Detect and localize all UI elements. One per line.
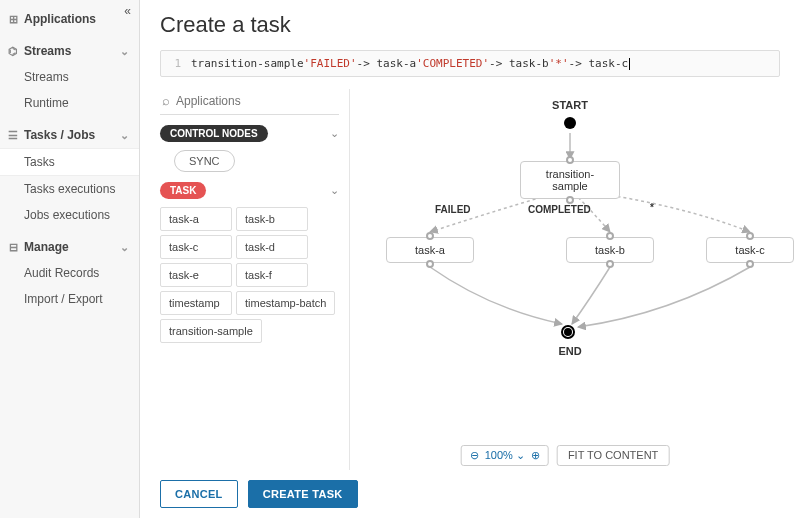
palette-panel: ⌕ CONTROL NODES ⌄ SYNC TASK ⌄ task-a tas… xyxy=(160,89,350,470)
sidebar-item-import-export[interactable]: Import / Export xyxy=(0,286,139,312)
node-task-c[interactable]: task-c xyxy=(706,237,794,263)
line-number: 1 xyxy=(169,57,181,70)
code-segment: -> task-c xyxy=(569,57,629,70)
node-label: transition-sample xyxy=(546,168,594,192)
manage-icon: ⊟ xyxy=(6,241,20,254)
dsl-editor[interactable]: 1 transition-sample 'FAILED' -> task-a '… xyxy=(160,50,780,77)
task-chip[interactable]: task-c xyxy=(160,235,232,259)
node-transition-sample[interactable]: transition-sample xyxy=(520,161,620,199)
zoom-control: ⊖ 100% ⌄ ⊕ xyxy=(461,445,549,466)
port-out[interactable] xyxy=(566,196,574,204)
edge-label-star: * xyxy=(650,202,654,213)
port-out[interactable] xyxy=(426,260,434,268)
chevron-down-icon[interactable]: ⌄ xyxy=(330,184,339,197)
zoom-level[interactable]: 100% ⌄ xyxy=(485,449,525,462)
streams-icon: ⌬ xyxy=(6,45,20,58)
end-label: END xyxy=(540,345,600,357)
task-chip[interactable]: task-f xyxy=(236,263,308,287)
flow-canvas[interactable]: START transition-sample FAILED COMPLETED… xyxy=(350,89,780,470)
edges-layer xyxy=(350,89,780,470)
sidebar: « ⊞ Applications ⌬ Streams ⌄ Streams Run… xyxy=(0,0,140,518)
sidebar-item-jobs-executions[interactable]: Jobs executions xyxy=(0,202,139,228)
task-chip[interactable]: task-e xyxy=(160,263,232,287)
sidebar-item-tasks[interactable]: Tasks xyxy=(0,148,139,176)
node-task-b[interactable]: task-b xyxy=(566,237,654,263)
node-label: task-b xyxy=(595,244,625,256)
nav-applications[interactable]: ⊞ Applications xyxy=(0,6,139,32)
task-chip[interactable]: transition-sample xyxy=(160,319,262,343)
nav-label: Tasks / Jobs xyxy=(24,128,95,142)
text-caret xyxy=(629,58,630,70)
sync-chip[interactable]: SYNC xyxy=(174,150,235,172)
nav-label: Manage xyxy=(24,240,69,254)
start-node[interactable] xyxy=(564,117,576,129)
collapse-sidebar-icon[interactable]: « xyxy=(124,4,131,18)
sidebar-item-audit-records[interactable]: Audit Records xyxy=(0,260,139,286)
search-input[interactable] xyxy=(176,94,337,108)
task-chip-grid: task-a task-b task-c task-d task-e task-… xyxy=(160,207,339,343)
edge-label-completed: COMPLETED xyxy=(528,204,591,215)
task-chip[interactable]: timestamp-batch xyxy=(236,291,335,315)
chevron-down-icon: ⌄ xyxy=(120,241,129,254)
port-in[interactable] xyxy=(426,232,434,240)
main-panel: Create a task 1 transition-sample 'FAILE… xyxy=(140,0,800,518)
zoom-in-button[interactable]: ⊕ xyxy=(531,449,540,462)
tasks-icon: ☰ xyxy=(6,129,20,142)
task-chip[interactable]: task-a xyxy=(160,207,232,231)
node-task-a[interactable]: task-a xyxy=(386,237,474,263)
start-label: START xyxy=(540,99,600,111)
control-nodes-pill[interactable]: CONTROL NODES xyxy=(160,125,268,142)
node-label: task-a xyxy=(415,244,445,256)
zoom-out-button[interactable]: ⊖ xyxy=(470,449,479,462)
nav-label: Streams xyxy=(24,44,71,58)
port-in[interactable] xyxy=(566,156,574,164)
code-segment: -> task-b xyxy=(489,57,549,70)
search-icon: ⌕ xyxy=(162,93,170,108)
code-segment: transition-sample xyxy=(191,57,304,70)
sidebar-item-streams[interactable]: Streams xyxy=(0,64,139,90)
nav-tasks-jobs[interactable]: ☰ Tasks / Jobs ⌄ xyxy=(0,122,139,148)
create-task-button[interactable]: CREATE TASK xyxy=(248,480,358,508)
grid-icon: ⊞ xyxy=(6,13,20,26)
palette-search[interactable]: ⌕ xyxy=(160,89,339,115)
node-label: task-c xyxy=(735,244,764,256)
code-string: 'COMPLETED' xyxy=(416,57,489,70)
task-chip[interactable]: timestamp xyxy=(160,291,232,315)
nav-manage[interactable]: ⊟ Manage ⌄ xyxy=(0,234,139,260)
code-string: '*' xyxy=(549,57,569,70)
chevron-down-icon: ⌄ xyxy=(120,129,129,142)
task-pill[interactable]: TASK xyxy=(160,182,206,199)
sidebar-item-tasks-executions[interactable]: Tasks executions xyxy=(0,176,139,202)
port-out[interactable] xyxy=(746,260,754,268)
page-title: Create a task xyxy=(160,12,780,38)
port-in[interactable] xyxy=(746,232,754,240)
edge-label-failed: FAILED xyxy=(435,204,471,215)
nav-label: Applications xyxy=(24,12,96,26)
nav-streams[interactable]: ⌬ Streams ⌄ xyxy=(0,38,139,64)
sidebar-item-runtime[interactable]: Runtime xyxy=(0,90,139,116)
task-chip[interactable]: task-b xyxy=(236,207,308,231)
chevron-down-icon[interactable]: ⌄ xyxy=(330,127,339,140)
code-string: 'FAILED' xyxy=(304,57,357,70)
fit-to-content-button[interactable]: FIT TO CONTENT xyxy=(557,445,669,466)
task-chip[interactable]: task-d xyxy=(236,235,308,259)
code-segment: -> task-a xyxy=(357,57,417,70)
port-out[interactable] xyxy=(606,260,614,268)
chevron-down-icon: ⌄ xyxy=(120,45,129,58)
cancel-button[interactable]: CANCEL xyxy=(160,480,238,508)
port-in[interactable] xyxy=(606,232,614,240)
end-node[interactable] xyxy=(561,325,575,339)
